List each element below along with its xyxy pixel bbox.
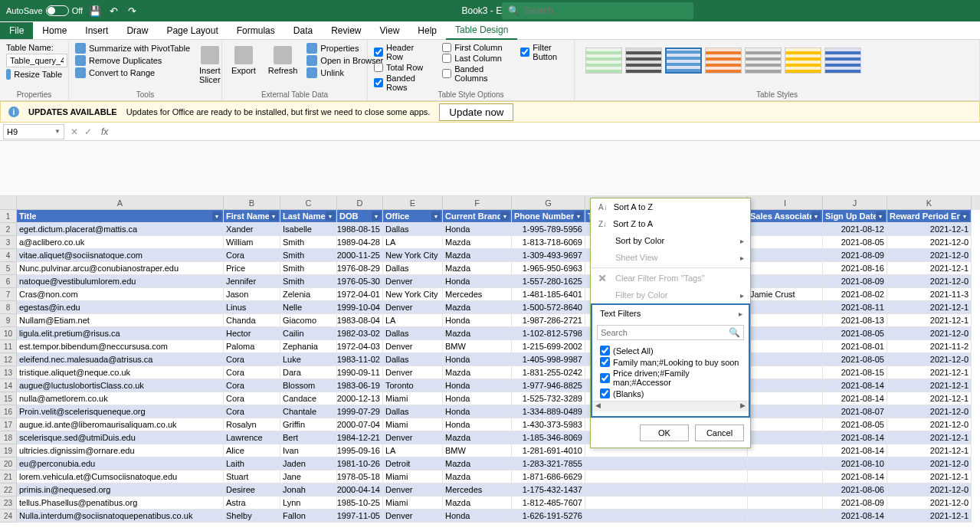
cell[interactable]: Nunc.pulvinar.arcu@conubianostraper.edu [17,262,224,275]
cell[interactable]: Paloma [224,340,280,353]
row-header[interactable]: 14 [0,379,17,392]
cell[interactable]: Mazda [443,431,512,444]
cell[interactable]: egestas@in.edu [17,301,224,314]
cell[interactable]: 2021-08-11 [823,301,887,314]
table-styles-gallery[interactable] [581,43,973,78]
cell[interactable]: Miami [383,392,443,405]
cell[interactable]: Dallas [383,405,443,418]
cell[interactable]: 2021-12-1 [887,223,972,236]
cell[interactable]: 1978-05-18 [337,470,383,483]
tell-me-search[interactable]: 🔍 [502,2,693,19]
chk-first-col[interactable]: First Column [442,43,505,52]
cell[interactable]: Honda [443,314,512,327]
cell[interactable]: 1-813-718-6069 [512,236,585,249]
cell[interactable]: Chantale [280,405,337,418]
row-header[interactable]: 12 [0,353,17,366]
cell[interactable] [748,353,823,366]
menu-data[interactable]: Data [284,22,322,39]
cell[interactable]: LA [383,314,443,327]
table-header-cell[interactable]: Title▼ [17,210,224,223]
cell[interactable]: 1-500-572-8640 [512,301,585,314]
cell[interactable]: 2021-08-15 [823,366,887,379]
cell[interactable]: 2021-08-05 [823,418,887,431]
cell[interactable]: Astra [224,497,280,510]
search-input[interactable] [524,5,687,16]
cell[interactable]: Chanda [224,314,280,327]
cell[interactable]: 2021-12-0 [887,327,972,340]
row-header[interactable]: 13 [0,366,17,379]
col-header[interactable]: G [512,196,585,210]
table-name-input[interactable] [6,54,67,67]
cell[interactable]: 2021-11-2 [887,340,972,353]
cell[interactable]: est.tempor.bibendum@neccursusa.com [17,340,224,353]
cancel-icon[interactable]: ✕ [70,126,78,137]
table-header-cell[interactable]: DOB▼ [337,210,383,223]
text-filters[interactable]: Text Filters▸ [592,305,749,322]
row-header[interactable]: 19 [0,444,17,457]
cell[interactable]: ligula.elit.pretium@risus.ca [17,327,224,340]
cell[interactable]: 1981-10-26 [337,457,383,470]
cell[interactable]: 2021-08-01 [823,340,887,353]
col-header[interactable]: A [17,196,224,210]
cell[interactable]: 2021-08-09 [823,275,887,288]
menu-draw[interactable]: Draw [117,22,157,39]
chk-header-row[interactable]: Header Row [374,43,427,61]
cell[interactable]: tristique.aliquet@neque.co.uk [17,366,224,379]
cell[interactable] [748,327,823,340]
col-header[interactable]: B [224,196,280,210]
style-swatch[interactable] [625,48,662,74]
menu-help[interactable]: Help [408,22,446,39]
cell[interactable]: Jamie Crust [748,288,823,301]
cell[interactable] [748,379,823,392]
name-box[interactable]: H9▼ [3,124,64,139]
row-header[interactable]: 7 [0,288,17,301]
cell[interactable]: 1-309-493-9697 [512,249,585,262]
cell[interactable]: Denver [383,366,443,379]
cell[interactable] [585,510,748,523]
cell[interactable]: Smith [280,262,337,275]
scroll-left-icon[interactable]: ◀ [595,402,601,411]
cell[interactable]: 2021-12-0 [887,418,972,431]
chk-filter-btn[interactable]: Filter Button [520,43,568,61]
cell[interactable]: Mazda [443,301,512,314]
cell[interactable]: Jane [280,470,337,483]
filter-ok-button[interactable]: OK [640,424,689,441]
cell[interactable]: 1-871-686-6629 [512,470,585,483]
table-header-cell[interactable]: Sales Associate▼ [748,210,823,223]
summarize-pivot[interactable]: Summarize with PivotTable [75,43,190,54]
cell[interactable]: Mazda [443,497,512,510]
filter-opt[interactable]: Family man;#Looking to buy soon [600,356,741,368]
cell[interactable]: Denver [383,340,443,353]
col-header[interactable]: C [280,196,337,210]
cell[interactable]: 1999-07-29 [337,405,383,418]
filter-cancel-button[interactable]: Cancel [695,424,744,441]
cell[interactable]: Laith [224,457,280,470]
filter-dropdown-icon[interactable]: ▼ [372,211,381,221]
convert-range[interactable]: Convert to Range [75,67,190,78]
cell[interactable]: Mazda [443,366,512,379]
cell[interactable]: Miami [383,418,443,431]
cell[interactable]: Honda [443,223,512,236]
cell[interactable]: LA [383,236,443,249]
cell[interactable]: Dallas [383,327,443,340]
cell[interactable]: Smith [280,275,337,288]
cell[interactable]: nulla@ametlorem.co.uk [17,392,224,405]
sort-a-to-z[interactable]: A↓Sort A to Z [591,198,750,215]
cell[interactable]: lorem.vehicula.et@Cumsociisnatoque.edu [17,470,224,483]
row-header[interactable]: 6 [0,275,17,288]
cell[interactable]: Linus [224,301,280,314]
filter-dropdown-icon[interactable]: ▼ [326,211,335,221]
style-swatch[interactable] [705,48,742,74]
col-header[interactable]: J [823,196,887,210]
cell[interactable]: Mazda [443,457,512,470]
cell[interactable]: 1-102-812-5798 [512,327,585,340]
row-header[interactable]: 11 [0,340,17,353]
cell[interactable]: Mazda [443,262,512,275]
row-header[interactable]: 15 [0,392,17,405]
enter-icon[interactable]: ✓ [84,126,92,137]
cell[interactable] [748,236,823,249]
cell[interactable]: Toronto [383,379,443,392]
row-header[interactable]: 8 [0,301,17,314]
cell[interactable]: Denver [383,275,443,288]
cell[interactable]: Miami [383,497,443,510]
